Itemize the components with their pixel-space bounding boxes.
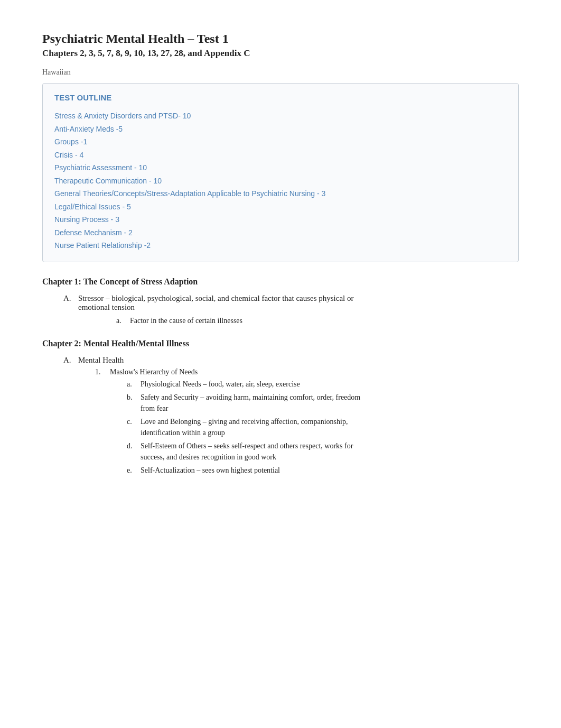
chapter1-a-label: A. Stressor – biological, psychological,… bbox=[63, 294, 519, 312]
chapter1-sub-a-letter: a. bbox=[116, 315, 126, 326]
chapter2-a-text: Mental Health bbox=[78, 356, 124, 365]
chapter2-a-label: A. Mental Health bbox=[63, 356, 519, 365]
chapter2-sub-label-3: d. bbox=[127, 440, 136, 463]
outline-item-8: Nursing Process - 3 bbox=[54, 213, 507, 226]
chapter2-heading: Chapter 2: Mental Health/Mental Illness bbox=[42, 339, 519, 348]
chapter2-sub-2: c.Love and Belonging – giving and receiv… bbox=[127, 416, 519, 438]
chapter1-sub-a-text: Factor in the cause of certain illnesses bbox=[130, 315, 242, 326]
chapter2-sub-3: d.Self-Esteem of Others – seeks self-res… bbox=[127, 440, 519, 463]
outline-item-6: General Theories/Concepts/Stress-Adaptat… bbox=[54, 187, 507, 200]
chapter2-sub-text-1: Safety and Security – avoiding harm, mai… bbox=[141, 392, 373, 414]
outline-box: TEST OUTLINE Stress & Anxiety Disorders … bbox=[42, 83, 519, 262]
outline-item-3: Crisis - 4 bbox=[54, 149, 507, 162]
chapter2-sub-text-3: Self-Esteem of Others – seeks self-respe… bbox=[141, 440, 373, 463]
outline-item-5: Therapeutic Communication - 10 bbox=[54, 174, 507, 188]
outline-item-10: Nurse Patient Relationship -2 bbox=[54, 239, 507, 252]
chapter2-sub-0: a.Physiological Needs – food, water, air… bbox=[127, 379, 519, 390]
outline-item-7: Legal/Ethical Issues - 5 bbox=[54, 200, 507, 214]
chapter2-sub-4: e.Self-Actualization – sees own highest … bbox=[127, 465, 519, 476]
page-title: Psychiatric Mental Health – Test 1 bbox=[42, 32, 519, 46]
chapter2-sub-text-2: Love and Belonging – giving and receivin… bbox=[141, 416, 373, 438]
page-subtitle: Chapters 2, 3, 5, 7, 8, 9, 10, 13, 27, 2… bbox=[42, 48, 519, 59]
outline-title: TEST OUTLINE bbox=[54, 93, 507, 102]
outline-items: Stress & Anxiety Disorders and PTSD- 10A… bbox=[54, 109, 507, 252]
outline-item-2: Groups -1 bbox=[54, 135, 507, 149]
chapter2-sub-text-4: Self-Actualization – sees own highest po… bbox=[141, 465, 280, 476]
chapter2-sub-text-0: Physiological Needs – food, water, air, … bbox=[141, 379, 300, 390]
chapter1-a-text: Stressor – biological, psychological, so… bbox=[78, 294, 374, 312]
chapter1-a-letter: A. bbox=[63, 294, 74, 312]
chapter1-section-a: A. Stressor – biological, psychological,… bbox=[63, 294, 519, 326]
chapter2-numbered-1: 1.Maslow's Hierarchy of Needsa.Physiolog… bbox=[95, 368, 519, 476]
outline-item-1: Anti-Anxiety Meds -5 bbox=[54, 123, 507, 136]
chapter2-sub-1: b.Safety and Security – avoiding harm, m… bbox=[127, 392, 519, 414]
chapter2-sub-label-4: e. bbox=[127, 465, 136, 476]
chapter1-sub-a: a. Factor in the cause of certain illnes… bbox=[116, 315, 519, 326]
chapter2-sub-label-0: a. bbox=[127, 379, 136, 390]
outline-item-9: Defense Mechanism - 2 bbox=[54, 226, 507, 239]
chapter1-heading: Chapter 1: The Concept of Stress Adaptio… bbox=[42, 277, 519, 287]
chapter2-numbered-item-0: 1.Maslow's Hierarchy of Needs bbox=[95, 368, 519, 376]
outline-item-0: Stress & Anxiety Disorders and PTSD- 10 bbox=[54, 109, 507, 123]
chapter2-a-letter: A. bbox=[63, 356, 74, 365]
chapter2-section-a: A. Mental Health 1.Maslow's Hierarchy of… bbox=[63, 356, 519, 476]
location-label: Hawaiian bbox=[42, 68, 519, 77]
chapter2-num-label-0: 1. bbox=[95, 368, 106, 376]
chapter2-sub-label-2: c. bbox=[127, 416, 136, 438]
outline-item-4: Psychiatric Assessment - 10 bbox=[54, 161, 507, 174]
chapter2-num-text-0: Maslow's Hierarchy of Needs bbox=[110, 368, 198, 376]
chapter2-sub-label-1: b. bbox=[127, 392, 136, 414]
